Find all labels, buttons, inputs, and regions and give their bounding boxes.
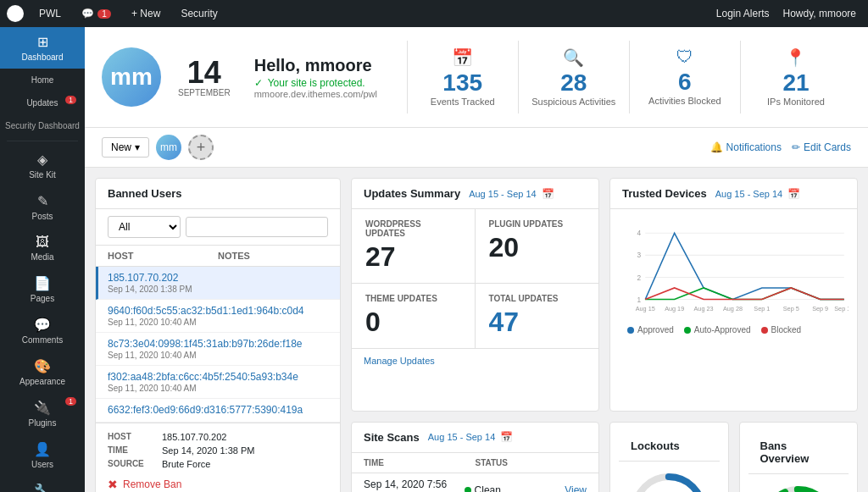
site-kit-icon: ◈ xyxy=(37,152,47,168)
svg-text:Aug 19: Aug 19 xyxy=(665,305,684,312)
scan-view-link[interactable]: View xyxy=(565,484,587,493)
sidebar-item-comments[interactable]: 💬 Comments xyxy=(0,310,85,351)
dashboard-icon: ⊞ xyxy=(37,34,48,50)
sidebar-item-tools[interactable]: 🔧 Tools xyxy=(0,476,85,492)
filter-select[interactable]: All xyxy=(108,216,181,238)
banned-list: 185.107.70.202 Sep 14, 2020 1:38 PM 9640… xyxy=(96,267,340,423)
updates-date-range: Aug 15 - Sep 14 xyxy=(469,189,537,199)
plugin-count: 20 xyxy=(489,232,586,263)
header-date: 14 xyxy=(178,58,231,88)
sidebar-item-posts[interactable]: ✎ Posts xyxy=(0,186,85,228)
banned-ip: 6632:fef3:0ed9:66d9:d316:5777:5390:419a xyxy=(108,404,328,416)
sidebar-item-security-dashboard[interactable]: Security Dashboard xyxy=(0,114,85,137)
svg-text:1: 1 xyxy=(637,296,641,304)
user-avatar-small[interactable]: mm xyxy=(156,135,181,160)
legend-auto-approved: Auto-Approved xyxy=(684,325,751,334)
banned-filter: All xyxy=(96,209,340,246)
sidebar-label-pages: Pages xyxy=(31,294,54,303)
updates-summary-title: Updates Summary Aug 15 - Sep 14 📅 xyxy=(352,179,598,209)
site-scans-panel: Site Scans Aug 15 - Sep 14 📅 TIME STATUS… xyxy=(351,422,599,493)
sidebar-item-users[interactable]: 👤 Users xyxy=(0,434,85,476)
manage-updates-link[interactable]: Manage Updates xyxy=(352,348,598,373)
stat-ips: 📍 21 IPs Monitored xyxy=(740,41,851,113)
new-button[interactable]: New ▾ xyxy=(102,137,149,158)
site-avatar: mm xyxy=(102,47,161,107)
svg-text:2: 2 xyxy=(637,274,641,282)
banned-ip: 8c73:3e04:0998:1f45:31ab:b97b:26de:f18e xyxy=(108,338,328,350)
filter-input[interactable] xyxy=(186,217,328,237)
wordpress-count: 27 xyxy=(365,241,461,273)
theme-count: 0 xyxy=(365,307,461,338)
comments-badge: 1 xyxy=(97,9,111,19)
svg-text:Aug 28: Aug 28 xyxy=(723,305,743,312)
detail-time-row: TIME Sep 14, 2020 1:38 PM xyxy=(108,445,328,456)
admin-bar-site[interactable]: PWL xyxy=(34,0,66,27)
wordpress-updates-cell: WORDPRESS UPDATES 27 xyxy=(352,209,476,284)
trusted-devices-panel: Trusted Devices Aug 15 - Sep 14 📅 4 xyxy=(609,178,858,412)
sidebar-item-home[interactable]: Home xyxy=(0,69,85,91)
add-user-button[interactable]: + xyxy=(188,135,214,160)
site-name: PWL xyxy=(39,8,61,19)
ips-label: IPs Monitored xyxy=(751,97,841,107)
pages-icon: 📄 xyxy=(34,275,51,291)
total-count: 47 xyxy=(489,307,586,338)
status-clean-dot xyxy=(465,487,471,493)
stat-suspicious: 🔍 28 Suspicious Activities xyxy=(518,41,629,113)
remove-ban-button[interactable]: ✖ Remove Ban xyxy=(108,476,328,492)
login-alerts-btn[interactable]: Login Alerts xyxy=(711,8,775,19)
sidebar-item-appearance[interactable]: 🎨 Appearance xyxy=(0,351,85,393)
admin-bar-plugin[interactable]: Security xyxy=(175,0,222,27)
blocked-label: Activities Blocked xyxy=(640,96,730,106)
total-updates-cell: TOTAL UPDATES 47 xyxy=(476,284,599,348)
suspicious-label: Suspicious Activities xyxy=(529,97,619,107)
notifications-link[interactable]: 🔔 Notifications xyxy=(710,141,782,153)
banned-date: Sep 14, 2020 1:38 PM xyxy=(108,285,328,294)
dashboard-grid: Banned Users All HOST NOTES 185.107.70.2… xyxy=(85,168,868,492)
admin-bar-right: Login Alerts Howdy, mmoore xyxy=(711,8,861,19)
sidebar-item-dashboard[interactable]: ⊞ Dashboard xyxy=(0,27,85,69)
sidebar-label-media: Media xyxy=(31,252,53,262)
sidebar-item-plugins[interactable]: 🔌 Plugins 1 xyxy=(0,393,85,434)
plugins-badge: 1 xyxy=(65,397,76,406)
wp-logo[interactable]: W xyxy=(7,5,24,22)
stat-events: 📅 135 Events Tracked xyxy=(407,41,518,113)
detail-host-row: HOST 185.107.70.202 xyxy=(108,432,328,442)
howdy-menu[interactable]: Howdy, mmoore xyxy=(778,8,861,19)
sidebar-item-site-kit[interactable]: ◈ Site Kit xyxy=(0,145,85,186)
suspicious-count: 28 xyxy=(529,71,619,95)
site-scans-title: Site Scans Aug 15 - Sep 14 📅 xyxy=(352,423,598,453)
posts-icon: ✎ xyxy=(37,193,48,209)
list-item[interactable]: 6632:fef3:0ed9:66d9:d316:5777:5390:419a xyxy=(96,399,340,423)
plugin-updates-cell: PLUGIN UPDATES 20 xyxy=(476,209,599,284)
blocked-count: 6 xyxy=(640,70,730,94)
calendar-icon: 📅 xyxy=(542,188,554,200)
users-icon: 👤 xyxy=(34,441,51,457)
admin-bar-comments[interactable]: 💬 1 xyxy=(76,0,116,27)
sidebar-divider-1 xyxy=(7,141,78,141)
banned-date: Sep 11, 2020 10:40 AM xyxy=(108,384,328,393)
scans-header: TIME STATUS xyxy=(352,453,598,473)
legend-blocked: Blocked xyxy=(761,325,802,334)
suspicious-icon: 🔍 xyxy=(529,47,619,68)
events-count: 135 xyxy=(418,71,508,95)
list-item[interactable]: 9640:f60d:5c55:ac32:b5d1:1ed1:964b:c0d4 … xyxy=(96,300,340,333)
detail-actions: ✖ Remove Ban → View Activity xyxy=(108,476,328,492)
sidebar-item-pages[interactable]: 📄 Pages xyxy=(0,268,85,310)
list-item[interactable]: f302:aa48:2bfa:c6cc:4b5f:2540:5a93:b34e … xyxy=(96,366,340,399)
list-item[interactable]: 185.107.70.202 Sep 14, 2020 1:38 PM xyxy=(96,267,340,300)
media-icon: 🖼 xyxy=(36,235,49,250)
admin-bar-new[interactable]: + New xyxy=(126,0,165,27)
scans-date-range: Aug 15 - Sep 14 xyxy=(428,432,496,442)
sidebar-item-media[interactable]: 🖼 Media xyxy=(0,228,85,268)
sidebar-item-updates[interactable]: Updates 1 xyxy=(0,91,85,114)
svg-text:W: W xyxy=(12,10,19,18)
updates-grid: WORDPRESS UPDATES 27 PLUGIN UPDATES 20 T… xyxy=(352,209,598,348)
comments-icon: 💬 xyxy=(34,317,51,333)
approved-dot xyxy=(627,327,634,334)
shield-check-icon: ✓ xyxy=(254,77,263,89)
events-icon: 📅 xyxy=(418,47,508,68)
edit-cards-link[interactable]: ✏ Edit Cards xyxy=(792,141,851,153)
header-month: SEPTEMBER xyxy=(178,88,231,97)
list-item[interactable]: 8c73:3e04:0998:1f45:31ab:b97b:26de:f18e … xyxy=(96,333,340,366)
updates-summary-panel: Updates Summary Aug 15 - Sep 14 📅 WORDPR… xyxy=(351,178,599,412)
